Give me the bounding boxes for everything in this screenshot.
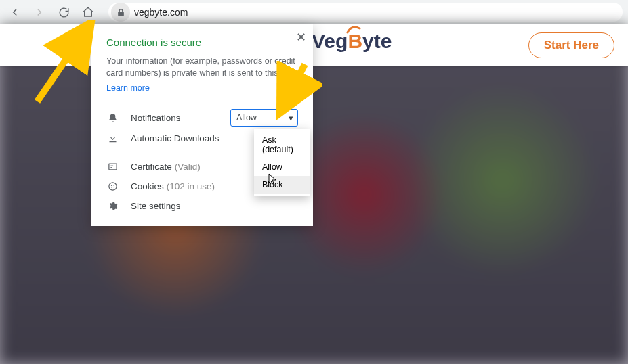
- svg-line-9: [37, 27, 88, 101]
- certificate-status: (Valid): [175, 162, 201, 172]
- cookie-icon: [106, 181, 119, 191]
- svg-point-5: [113, 185, 114, 186]
- site-settings-row[interactable]: Site settings: [106, 201, 298, 211]
- svg-point-7: [113, 187, 114, 188]
- notifications-label: Notifications: [131, 113, 230, 123]
- option-allow[interactable]: Allow: [254, 158, 310, 176]
- cookies-label: Cookies: [131, 181, 164, 191]
- learn-more-link[interactable]: Learn more: [106, 83, 150, 93]
- download-icon: [106, 133, 119, 143]
- cookies-count: (102 in use): [167, 181, 215, 191]
- certificate-label: Certificate: [131, 162, 172, 172]
- logo-accent-b: B: [348, 30, 362, 53]
- start-here-button[interactable]: Start Here: [528, 32, 614, 58]
- back-button[interactable]: [5, 3, 24, 22]
- logo-text-yte: yte: [362, 30, 392, 52]
- svg-point-4: [110, 185, 112, 187]
- site-settings-label: Site settings: [131, 201, 181, 211]
- connection-description: Your information (for example, passwords…: [106, 55, 298, 79]
- close-icon[interactable]: ✕: [296, 30, 306, 45]
- connection-status-title: Connection is secure: [106, 37, 298, 48]
- svg-point-6: [111, 187, 112, 189]
- permission-row-notifications: Notifications Allow ▾: [106, 109, 298, 127]
- notifications-select-value: Allow: [236, 113, 257, 122]
- lock-icon[interactable]: [111, 3, 130, 22]
- forward-button[interactable]: [30, 3, 49, 22]
- site-logo[interactable]: VegByte: [312, 30, 392, 53]
- annotation-arrow-lock: [27, 20, 102, 108]
- home-button[interactable]: [79, 3, 98, 22]
- svg-rect-0: [108, 164, 116, 170]
- cursor-icon: [268, 173, 278, 188]
- notifications-dropdown: Ask (default) Allow Block: [254, 129, 310, 196]
- address-bar[interactable]: vegbyte.com: [108, 3, 623, 22]
- logo-text-veg: Veg: [312, 30, 348, 52]
- option-block[interactable]: Block: [254, 176, 310, 194]
- reload-button[interactable]: [54, 3, 73, 22]
- svg-line-11: [282, 64, 305, 108]
- gear-icon: [106, 201, 119, 211]
- url-text: vegbyte.com: [134, 7, 188, 18]
- bell-icon: [106, 113, 119, 123]
- svg-point-3: [108, 183, 116, 190]
- option-ask-default[interactable]: Ask (default): [254, 131, 310, 158]
- certificate-icon: [106, 162, 119, 172]
- annotation-arrow-select: [274, 61, 322, 122]
